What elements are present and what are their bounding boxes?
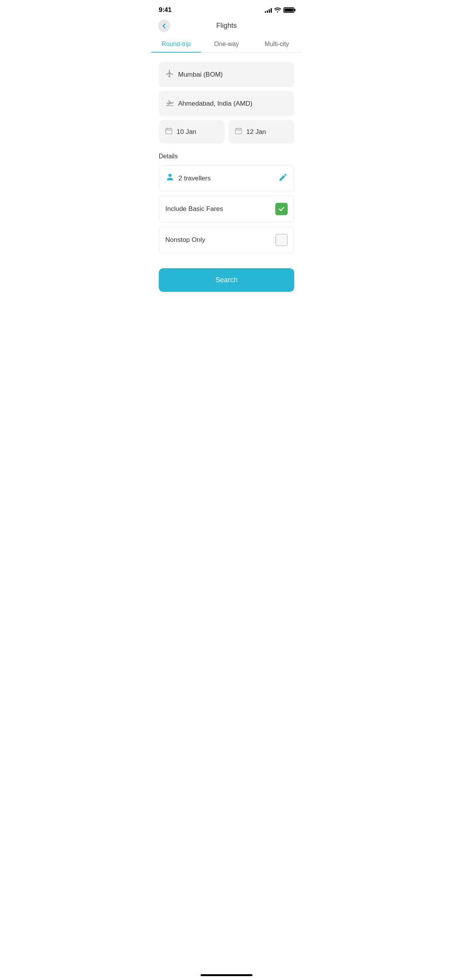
trip-type-tabs: Round-trip One-way Multi-city [151, 36, 302, 53]
tab-multi-city[interactable]: Multi-city [252, 36, 302, 52]
basic-fares-checkbox[interactable] [275, 203, 288, 215]
back-button[interactable] [157, 19, 171, 33]
back-icon [158, 20, 170, 32]
travellers-row[interactable]: 2 travellers [159, 165, 294, 192]
depart-date-text: 10 Jan [177, 128, 196, 136]
nonstop-only-label: Nonstop Only [165, 236, 205, 244]
destination-text: Ahmedabad, India (AMD) [178, 100, 252, 108]
status-time: 9:41 [159, 6, 172, 14]
origin-field[interactable]: Mumbai (BOM) [159, 62, 294, 87]
travellers-count: 2 travellers [178, 175, 211, 182]
depart-calendar-icon [165, 127, 173, 137]
svg-rect-1 [235, 128, 242, 134]
battery-icon [283, 7, 294, 13]
travellers-left: 2 travellers [165, 173, 211, 184]
header: Flights [151, 19, 302, 36]
details-label: Details [159, 153, 294, 160]
search-button[interactable]: Search [159, 268, 294, 292]
status-bar: 9:41 [151, 0, 302, 19]
arrival-plane-icon [165, 98, 174, 109]
return-date-text: 12 Jan [246, 128, 266, 136]
status-icons [265, 7, 294, 14]
person-icon [165, 173, 175, 184]
nonstop-only-row[interactable]: Nonstop Only [159, 226, 294, 254]
svg-rect-0 [166, 128, 172, 134]
return-calendar-icon [235, 127, 242, 137]
basic-fares-label: Include Basic Fares [165, 205, 223, 213]
signal-icon [265, 7, 272, 13]
date-row: 10 Jan 12 Jan [159, 120, 294, 144]
basic-fares-row[interactable]: Include Basic Fares [159, 195, 294, 223]
destination-field[interactable]: Ahmedabad, India (AMD) [159, 91, 294, 116]
edit-icon[interactable] [278, 173, 288, 184]
flight-search-form: Mumbai (BOM) Ahmedabad, India (AMD) 10 J… [151, 62, 302, 254]
depart-date-field[interactable]: 10 Jan [159, 120, 225, 144]
return-date-field[interactable]: 12 Jan [228, 120, 294, 144]
departure-plane-icon [165, 69, 174, 80]
nonstop-only-checkbox[interactable] [275, 234, 288, 246]
tab-round-trip[interactable]: Round-trip [151, 36, 201, 52]
page-title: Flights [159, 22, 294, 30]
origin-text: Mumbai (BOM) [178, 71, 223, 79]
tab-one-way[interactable]: One-way [201, 36, 252, 52]
wifi-icon [274, 7, 281, 14]
svg-point-2 [168, 174, 172, 177]
